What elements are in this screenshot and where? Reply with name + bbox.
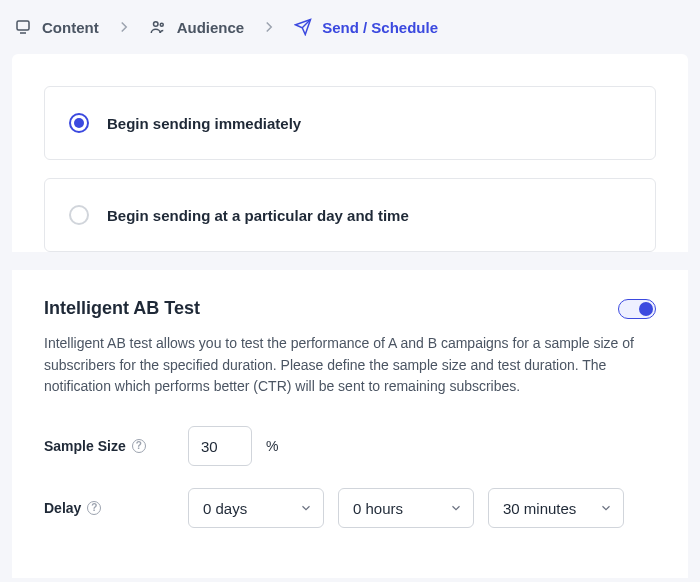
sample-size-label: Sample Size ? (44, 438, 174, 454)
content-icon (14, 18, 32, 36)
sample-size-row: Sample Size ? % (44, 426, 656, 466)
delay-minutes-select[interactable]: 30 minutes (488, 488, 624, 528)
sample-size-unit: % (266, 438, 278, 454)
breadcrumb-item-content[interactable]: Content (14, 18, 99, 36)
breadcrumb-label: Audience (177, 19, 245, 36)
audience-icon (149, 18, 167, 36)
help-icon[interactable]: ? (132, 439, 146, 453)
select-value: 0 days (203, 500, 247, 517)
svg-point-1 (153, 22, 158, 27)
abtest-toggle[interactable] (618, 299, 656, 319)
option-send-scheduled[interactable]: Begin sending at a particular day and ti… (44, 178, 656, 252)
select-value: 0 hours (353, 500, 403, 517)
option-label: Begin sending immediately (107, 115, 301, 132)
chevron-right-icon (260, 18, 278, 36)
sample-size-input[interactable] (188, 426, 252, 466)
breadcrumb-label: Send / Schedule (322, 19, 438, 36)
breadcrumb-item-send[interactable]: Send / Schedule (294, 18, 438, 36)
breadcrumb: Content Audience Send / Schedule (0, 0, 700, 54)
abtest-header: Intelligent AB Test (44, 298, 656, 319)
send-icon (294, 18, 312, 36)
radio-unselected-icon[interactable] (69, 205, 89, 225)
help-icon[interactable]: ? (87, 501, 101, 515)
delay-row: Delay ? 0 days 0 hours 30 minutes (44, 488, 656, 528)
select-value: 30 minutes (503, 500, 576, 517)
svg-point-2 (160, 23, 163, 26)
delay-hours-select[interactable]: 0 hours (338, 488, 474, 528)
svg-rect-0 (17, 21, 29, 30)
breadcrumb-label: Content (42, 19, 99, 36)
abtest-description: Intelligent AB test allows you to test t… (44, 333, 656, 398)
breadcrumb-item-audience[interactable]: Audience (149, 18, 245, 36)
send-options-card: Begin sending immediately Begin sending … (12, 54, 688, 252)
chevron-down-icon (449, 501, 463, 515)
abtest-section: Intelligent AB Test Intelligent AB test … (12, 270, 688, 578)
option-label: Begin sending at a particular day and ti… (107, 207, 409, 224)
chevron-right-icon (115, 18, 133, 36)
delay-days-select[interactable]: 0 days (188, 488, 324, 528)
abtest-title: Intelligent AB Test (44, 298, 200, 319)
radio-selected-icon[interactable] (69, 113, 89, 133)
option-send-immediately[interactable]: Begin sending immediately (44, 86, 656, 160)
delay-label: Delay ? (44, 500, 174, 516)
label-text: Delay (44, 500, 81, 516)
chevron-down-icon (299, 501, 313, 515)
label-text: Sample Size (44, 438, 126, 454)
chevron-down-icon (599, 501, 613, 515)
